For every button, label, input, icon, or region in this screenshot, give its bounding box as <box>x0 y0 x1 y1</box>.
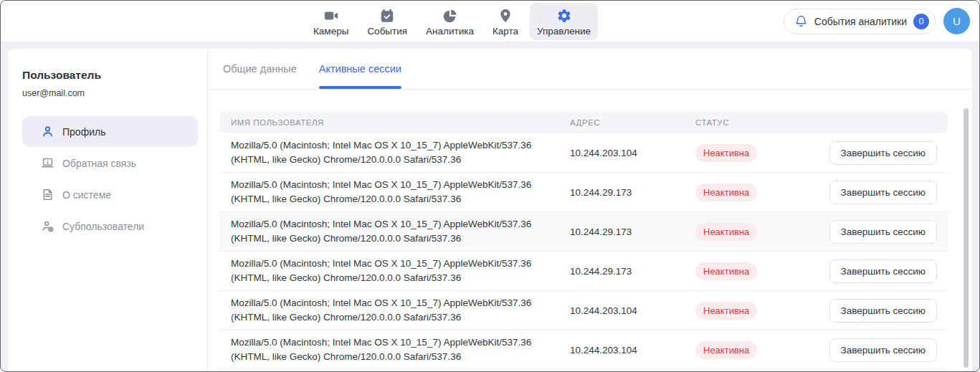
end-session-button[interactable]: Завершить сессию <box>829 299 937 323</box>
map-pin-icon <box>498 8 513 24</box>
tab[interactable]: Активные сессии <box>319 49 401 89</box>
end-session-button[interactable]: Завершить сессию <box>829 220 937 244</box>
user-agent: Mozilla/5.0 (Macintosh; Intel Mac OS X 1… <box>219 291 558 330</box>
top-bar: Камеры События Аналитика Карта <box>1 1 979 42</box>
end-session-button[interactable]: Завершить сессию <box>829 181 937 204</box>
document-icon <box>41 188 54 201</box>
table-header-row: ИМЯ ПОЛЬЗОВАТЕЛЯ АДРЕС СТАТУС <box>219 111 948 133</box>
column-header-username: ИМЯ ПОЛЬЗОВАТЕЛЯ <box>219 118 558 127</box>
user-email: user@mail.com <box>22 88 198 98</box>
nav-item[interactable]: События <box>360 3 414 40</box>
nav-item-label: Аналитика <box>426 26 474 37</box>
nav-item-label: Камеры <box>313 26 348 37</box>
column-header-address: АДРЕС <box>558 118 684 127</box>
ip-address: 10.244.203.104 <box>558 345 684 356</box>
scrollbar-thumb[interactable] <box>964 108 969 368</box>
user-agent: Mozilla/5.0 (Macintosh; Intel Mac OS X 1… <box>219 252 558 290</box>
table-body: Mozilla/5.0 (Macintosh; Intel Mac OS X 1… <box>219 133 948 370</box>
nav-item-label: Управление <box>537 26 591 37</box>
sidebar-item-label: О системе <box>62 189 111 201</box>
session-row: Mozilla/5.0 (Macintosh; Intel Mac OS X 1… <box>219 212 948 252</box>
end-session-button[interactable]: Завершить сессию <box>829 141 937 165</box>
gear-icon <box>556 8 572 24</box>
analytics-events-badge: 0 <box>913 14 929 29</box>
sidebar-item[interactable]: Субпользователи <box>22 211 198 242</box>
nav-item[interactable]: Аналитика <box>419 3 481 40</box>
nav-item[interactable]: Карта <box>485 3 525 40</box>
ip-address: 10.244.29.173 <box>558 226 684 237</box>
feedback-laptop-icon <box>41 156 54 170</box>
session-row: Mozilla/5.0 (Macintosh; Intel Mac OS X 1… <box>219 330 948 370</box>
status-badge: Неактивна <box>695 302 757 320</box>
sidebar-item-label: Обратная связь <box>62 158 136 169</box>
sidebar-item-label: Субпользователи <box>62 221 144 232</box>
sidebar-title: Пользователь <box>22 69 198 82</box>
status-badge: Неактивна <box>695 183 757 201</box>
nav-item-label: События <box>367 26 407 37</box>
video-camera-icon <box>323 8 339 24</box>
user-agent: Mozilla/5.0 (Macintosh; Intel Mac OS X 1… <box>219 173 558 211</box>
session-row: Mozilla/5.0 (Macintosh; Intel Mac OS X 1… <box>219 133 948 173</box>
calendar-check-icon <box>379 8 395 24</box>
ip-address: 10.244.203.104 <box>558 148 684 158</box>
main-panel: Общие данные Активные сессии ИМЯ ПОЛЬЗОВ… <box>208 49 972 371</box>
pie-chart-icon <box>442 8 458 24</box>
analytics-events-button[interactable]: События аналитики 0 <box>784 9 936 34</box>
ip-address: 10.244.29.173 <box>558 266 684 277</box>
status-badge: Неактивна <box>695 341 757 359</box>
user-add-icon <box>41 219 54 233</box>
user-agent: Mozilla/5.0 (Macintosh; Intel Mac OS X 1… <box>219 330 558 369</box>
user-icon <box>41 125 54 138</box>
sidebar-item[interactable]: Обратная связь <box>22 148 198 178</box>
main-nav: Камеры События Аналитика Карта <box>306 3 598 40</box>
sessions-table: ИМЯ ПОЛЬЗОВАТЕЛЯ АДРЕС СТАТУС Mozilla/5.… <box>208 90 972 370</box>
sidebar-menu: Профиль Обратная связь О системе <box>22 116 198 242</box>
ip-address: 10.244.203.104 <box>558 305 684 316</box>
column-header-status: СТАТУС <box>684 118 827 127</box>
avatar[interactable]: U <box>943 8 970 34</box>
session-row: Mozilla/5.0 (Macintosh; Intel Mac OS X 1… <box>219 173 948 212</box>
sidebar-item[interactable]: О системе <box>22 179 198 210</box>
tab[interactable]: Общие данные <box>223 49 297 89</box>
nav-item[interactable]: Управление <box>530 3 598 40</box>
session-row: Mozilla/5.0 (Macintosh; Intel Mac OS X 1… <box>219 291 948 330</box>
sidebar-item-label: Профиль <box>62 126 105 138</box>
session-row: Mozilla/5.0 (Macintosh; Intel Mac OS X 1… <box>219 252 948 291</box>
status-badge: Неактивна <box>695 262 757 280</box>
tab-bar: Общие данные Активные сессии <box>208 49 972 90</box>
end-session-button[interactable]: Завершить сессию <box>829 259 937 283</box>
ip-address: 10.244.29.173 <box>558 187 684 198</box>
content-card: Пользователь user@mail.com Профиль Обрат… <box>8 49 972 371</box>
user-agent: Mozilla/5.0 (Macintosh; Intel Mac OS X 1… <box>219 133 558 172</box>
bell-icon <box>794 14 808 28</box>
user-agent: Mozilla/5.0 (Macintosh; Intel Mac OS X 1… <box>219 212 558 251</box>
nav-item-label: Карта <box>493 26 518 37</box>
status-badge: Неактивна <box>695 144 757 162</box>
analytics-events-label: События аналитики <box>814 16 907 27</box>
end-session-button[interactable]: Завершить сессию <box>829 338 937 362</box>
top-right-controls: События аналитики 0 U <box>784 8 970 34</box>
app-window: Камеры События Аналитика Карта <box>0 0 980 372</box>
nav-item[interactable]: Камеры <box>306 3 356 40</box>
status-badge: Неактивна <box>695 223 757 241</box>
sidebar-item[interactable]: Профиль <box>22 116 198 147</box>
sidebar: Пользователь user@mail.com Профиль Обрат… <box>8 49 208 371</box>
